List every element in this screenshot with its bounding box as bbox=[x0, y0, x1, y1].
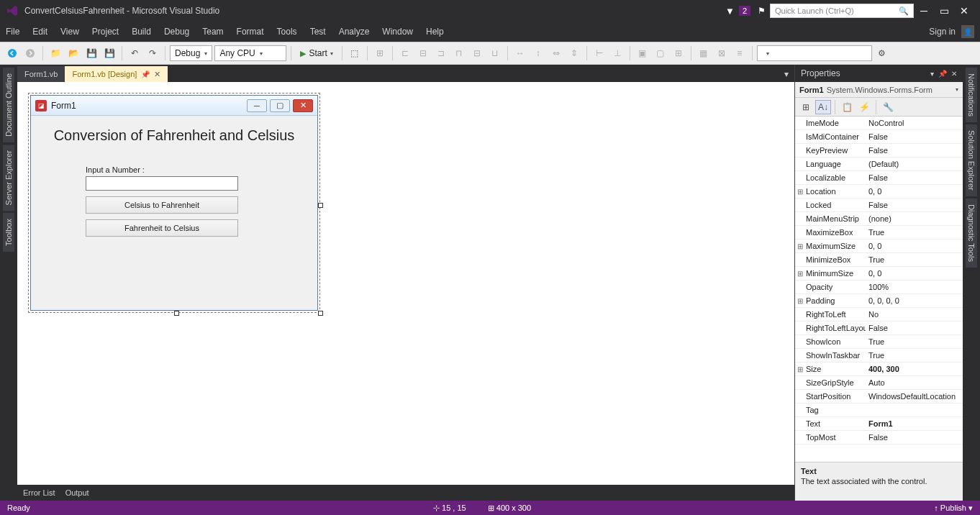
designer-surface[interactable]: ◪ Form1 ─ ▢ ✕ Conversion of Fahrenheit a… bbox=[17, 82, 794, 485]
property-value[interactable]: False bbox=[866, 130, 963, 143]
vspace-icon[interactable]: ↕ bbox=[530, 45, 546, 61]
expand-icon[interactable] bbox=[795, 281, 805, 293]
bring-front-icon[interactable]: ▣ bbox=[635, 45, 650, 61]
menu-debug[interactable]: Debug bbox=[164, 27, 189, 37]
size-width-icon[interactable]: ⇔ bbox=[548, 45, 564, 61]
property-row[interactable]: RightToLeftNo bbox=[795, 308, 963, 322]
panel-pin-icon[interactable]: 📌 bbox=[938, 70, 947, 78]
hcenter-icon[interactable]: ⊢ bbox=[591, 45, 607, 61]
property-row[interactable]: KeyPreviewFalse bbox=[795, 144, 963, 158]
property-row[interactable]: TopMostFalse bbox=[795, 431, 963, 445]
property-row[interactable]: MinimizeBoxTrue bbox=[795, 253, 963, 267]
status-publish[interactable]: ↑ Publish ▾ bbox=[934, 503, 973, 513]
tab-form1-design[interactable]: Form1.vb [Design] 📌 ✕ bbox=[65, 66, 168, 82]
property-value[interactable]: False bbox=[866, 322, 963, 334]
empty-combo[interactable]: ▾ bbox=[757, 45, 872, 61]
panel-dropdown-icon[interactable]: ▾ bbox=[930, 70, 934, 78]
expand-icon[interactable] bbox=[795, 335, 805, 348]
property-value[interactable]: Form1 bbox=[866, 417, 963, 430]
property-row[interactable]: MaximizeBoxTrue bbox=[795, 226, 963, 240]
menu-help[interactable]: Help bbox=[426, 27, 444, 37]
minimize-button[interactable]: ─ bbox=[914, 5, 934, 17]
winform-preview[interactable]: ◪ Form1 ─ ▢ ✕ Conversion of Fahrenheit a… bbox=[30, 95, 318, 311]
celsius-to-fahrenheit-button[interactable]: Celsius to Fahrenheit bbox=[86, 196, 238, 214]
menu-format[interactable]: Format bbox=[237, 27, 264, 37]
winform-close-button[interactable]: ✕ bbox=[293, 99, 313, 112]
menu-analyze[interactable]: Analyze bbox=[339, 27, 370, 37]
save-all-button[interactable]: 💾 bbox=[101, 45, 117, 61]
server-explorer-tab[interactable]: Server Explorer bbox=[3, 145, 14, 211]
expand-icon[interactable] bbox=[795, 158, 805, 170]
error-list-tab[interactable]: Error List bbox=[23, 488, 55, 497]
property-row[interactable]: LocalizableFalse bbox=[795, 171, 963, 185]
property-value[interactable]: True bbox=[866, 349, 963, 362]
property-value[interactable]: 400, 300 bbox=[866, 363, 963, 375]
property-value[interactable]: False bbox=[866, 431, 963, 444]
notifications-tab[interactable]: Notifications bbox=[966, 68, 977, 122]
property-value[interactable]: 0, 0 bbox=[866, 267, 963, 280]
notification-badge[interactable]: 2 bbox=[739, 6, 750, 16]
tab-order2-icon[interactable]: ≡ bbox=[732, 45, 748, 61]
undo-button[interactable]: ↶ bbox=[127, 45, 142, 61]
property-value[interactable]: Auto bbox=[866, 376, 963, 389]
property-value[interactable]: WindowsDefaultLocation bbox=[866, 390, 963, 403]
property-row[interactable]: RightToLeftLayoutFalse bbox=[795, 322, 963, 335]
align-center-icon[interactable]: ⊟ bbox=[415, 45, 431, 61]
tab-form1-code[interactable]: Form1.vb bbox=[17, 66, 65, 82]
property-value[interactable]: (none) bbox=[866, 212, 963, 225]
menu-tools[interactable]: Tools bbox=[277, 27, 297, 37]
number-input[interactable] bbox=[86, 176, 238, 191]
property-row[interactable]: ⊞MinimumSize0, 0 bbox=[795, 267, 963, 281]
categorized-icon[interactable]: ⊞ bbox=[798, 100, 814, 114]
expand-icon[interactable] bbox=[795, 117, 805, 129]
property-row[interactable]: ⊞Size400, 300 bbox=[795, 363, 963, 376]
filter-icon[interactable]: ▼ bbox=[725, 6, 735, 17]
toolbox-tab[interactable]: Toolbox bbox=[3, 213, 14, 252]
nav-forward-button[interactable] bbox=[22, 45, 38, 61]
property-row[interactable]: ShowInTaskbarTrue bbox=[795, 349, 963, 363]
align-right-icon[interactable]: ⊐ bbox=[433, 45, 449, 61]
expand-icon[interactable] bbox=[795, 417, 805, 430]
align-top-icon[interactable]: ⊓ bbox=[451, 45, 467, 61]
property-row[interactable]: ShowIconTrue bbox=[795, 335, 963, 349]
size-height-icon[interactable]: ⇕ bbox=[566, 45, 582, 61]
lock-icon[interactable]: ⊠ bbox=[714, 45, 730, 61]
nav-back-button[interactable] bbox=[4, 45, 20, 61]
menu-team[interactable]: Team bbox=[202, 27, 223, 37]
menu-window[interactable]: Window bbox=[382, 27, 413, 37]
doc-menu-dropdown[interactable]: ▾ bbox=[779, 66, 794, 82]
menu-test[interactable]: Test bbox=[310, 27, 326, 37]
property-value[interactable]: (Default) bbox=[866, 158, 963, 170]
expand-icon[interactable] bbox=[795, 404, 805, 416]
user-icon[interactable]: 👤 bbox=[961, 25, 974, 38]
redo-button[interactable]: ↷ bbox=[145, 45, 160, 61]
property-value[interactable] bbox=[866, 404, 963, 416]
platform-combo[interactable]: Any CPU▾ bbox=[214, 45, 286, 61]
property-value[interactable]: 0, 0 bbox=[866, 185, 963, 198]
property-value[interactable]: NoControl bbox=[866, 117, 963, 129]
property-row[interactable]: MainMenuStrip(none) bbox=[795, 212, 963, 226]
open-file-button[interactable]: 📂 bbox=[65, 45, 81, 61]
hspace-icon[interactable]: ↔ bbox=[512, 45, 528, 61]
expand-icon[interactable] bbox=[795, 130, 805, 143]
expand-icon[interactable] bbox=[795, 212, 805, 225]
alphabetical-icon[interactable]: A↓ bbox=[815, 100, 831, 114]
property-row[interactable]: Opacity100% bbox=[795, 281, 963, 294]
config-combo[interactable]: Debug▾ bbox=[170, 45, 212, 61]
expand-icon[interactable] bbox=[795, 171, 805, 184]
properties-grid[interactable]: ImeModeNoControlIsMdiContainerFalseKeyPr… bbox=[795, 117, 963, 462]
expand-icon[interactable] bbox=[795, 144, 805, 157]
output-tab[interactable]: Output bbox=[65, 488, 89, 497]
resize-handle[interactable] bbox=[174, 311, 179, 316]
winform-min-button[interactable]: ─ bbox=[247, 99, 267, 112]
fahrenheit-to-celsius-button[interactable]: Fahrenheit to Celsius bbox=[86, 219, 238, 237]
properties-object-selector[interactable]: Form1 System.Windows.Forms.Form ▾ bbox=[795, 82, 963, 98]
menu-view[interactable]: View bbox=[60, 27, 79, 37]
property-value[interactable]: True bbox=[866, 335, 963, 348]
vcenter-icon[interactable]: ⊥ bbox=[609, 45, 625, 61]
start-debug-button[interactable]: ▶Start▾ bbox=[296, 45, 337, 61]
property-row[interactable]: LockedFalse bbox=[795, 199, 963, 212]
diagnostic-tools-tab[interactable]: Diagnostic Tools bbox=[966, 199, 977, 268]
property-row[interactable]: ⊞MaximumSize0, 0 bbox=[795, 240, 963, 253]
menu-file[interactable]: File bbox=[6, 27, 19, 37]
